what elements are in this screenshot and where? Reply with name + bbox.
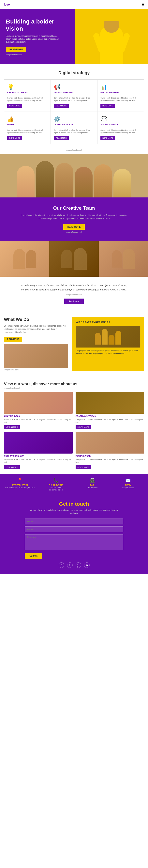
what-we-do-button[interactable]: READ MORE xyxy=(4,337,22,342)
work-card-learn-more-button[interactable]: LEARN MORE xyxy=(76,425,91,429)
card-icon: 💬 xyxy=(100,116,141,122)
view-work-section: View our work, discover more about us Im… xyxy=(0,377,148,474)
card-text: Sample text. Click to select the text bo… xyxy=(7,97,48,102)
work-card: QUALITY PRODUCTS Sample text. Click to s… xyxy=(4,432,72,469)
twitter-link[interactable]: t xyxy=(67,562,72,568)
card-title: NAMING xyxy=(7,124,48,126)
work-card: CRAFTING SYSTEMS Sample text. Click to s… xyxy=(76,392,144,429)
view-work-grid: AMAZING IDEAS Sample text. Click to sele… xyxy=(4,392,144,469)
card-read-more-button[interactable]: READ MORE xyxy=(54,136,69,140)
card-text: Sample text. Click to select the text bo… xyxy=(54,129,94,134)
card-icon: 📊 xyxy=(100,84,141,90)
what-we-do-description: Ut enim ad minim veniam, quis nostrud ex… xyxy=(4,324,68,334)
footer-info-title: EMAIL xyxy=(111,484,145,486)
footer-info-text: 5345 Tin Broadway St New York, NY 10041 xyxy=(3,487,37,489)
work-card-image xyxy=(76,392,144,414)
footer-info-icon: 📞 xyxy=(39,478,73,483)
facebook-link[interactable]: f xyxy=(59,562,64,568)
footer-info-text: 234 567 8 1420 234 567 8 1421 Cell xyxy=(39,487,73,491)
footer-info-title: PHONE NUMBER xyxy=(39,484,73,486)
work-card-text: Sample text. Click to select the text bo… xyxy=(4,458,72,463)
googleplus-link[interactable]: g+ xyxy=(76,562,81,568)
what-we-do-right: WE CREATE EXPERIENCES Qisque porta preti… xyxy=(72,317,144,371)
work-card-title: CRAFTING SYSTEMS xyxy=(76,415,144,417)
footer-info-bar: 📍 OUR MAIN OFFICE 5345 Tin Broadway St N… xyxy=(0,474,148,495)
strategy-card: 👍 NAMING Sample text. Click to select th… xyxy=(4,112,51,144)
hero-cta-button[interactable]: READ MORE xyxy=(6,46,26,52)
hero-image xyxy=(75,9,148,64)
hamburger-icon[interactable]: ≡ xyxy=(142,2,144,7)
footer-info-text: hello@demo.com xyxy=(111,487,145,489)
hero-section: Building a bolder vision Duis aute irure… xyxy=(0,9,148,64)
creative-team-description: Lorem ipsum dolor sit amet, consectetur … xyxy=(20,214,128,220)
footer-info-title: OUR MAIN OFFICE xyxy=(3,484,37,486)
social-links: f t g+ in xyxy=(8,562,140,568)
strategy-card: 💬 VERBAL IDENTITY Sample text. Click to … xyxy=(97,112,144,144)
what-we-do-title: What We Do xyxy=(4,317,68,322)
card-title: DIGITAL STRATEGY xyxy=(100,91,141,94)
creative-team-cta-button[interactable]: READ MORE xyxy=(63,224,85,230)
footer-info-icon: 📍 xyxy=(3,478,37,483)
work-card-text: Sample text. Click to select the text bo… xyxy=(76,458,144,463)
footer-info-item: 📠 FAX 1 234 567 8902 xyxy=(74,478,110,491)
what-we-do-section: What We Do Ut enim ad minim veniam, quis… xyxy=(0,311,148,377)
quote-credit: Images from Freepik xyxy=(12,293,136,296)
team-figure-4 xyxy=(75,167,93,197)
work-card-learn-more-button[interactable]: LEARN MORE xyxy=(4,465,20,469)
card-text: Sample text. Click to select the text bo… xyxy=(54,97,94,102)
linkedin-link[interactable]: in xyxy=(84,562,90,568)
digital-strategy-section: Digital strategy 💡 CRAFTING SYSTEMS Samp… xyxy=(0,64,148,154)
quote-section: In pellentesque massa placerat duis ultr… xyxy=(0,277,148,311)
strategy-card: 📢 BRAND CAMPAIGNS Sample text. Click to … xyxy=(51,80,97,112)
strategy-credit: Images from Freepik xyxy=(0,148,148,154)
footer-info-title: FAX xyxy=(75,484,109,486)
contact-email-input[interactable] xyxy=(25,526,123,532)
we-create-experiences-image xyxy=(76,326,140,347)
team-figure-1 xyxy=(17,166,34,197)
work-card-title: FAMILY-OWNED xyxy=(76,455,144,457)
creative-team-section: Our Creative Team Lorem ipsum dolor sit … xyxy=(0,197,148,241)
hero-description: Duis aute irure dolor in reprehenderit i… xyxy=(6,35,61,43)
hero-title: Building a bolder vision xyxy=(6,18,61,32)
card-title: CRAFTING SYSTEMS xyxy=(7,91,48,94)
what-we-do-image xyxy=(4,344,68,368)
strategy-card: ⚙️ DIGITAL PRODUCTS Sample text. Click t… xyxy=(51,112,97,144)
work-card-learn-more-button[interactable]: LEARN MORE xyxy=(76,465,91,469)
contact-submit-button[interactable]: Submit xyxy=(25,553,42,559)
get-in-touch-description: We are always waiting to hear from and w… xyxy=(27,509,121,515)
card-read-more-button[interactable]: READ MORE xyxy=(54,104,69,107)
we-create-experiences-title: WE CREATE EXPERIENCES xyxy=(76,321,140,324)
work-card-learn-more-button[interactable]: LEARN MORE xyxy=(4,425,20,429)
team-photo-2 xyxy=(49,241,99,277)
work-card-image xyxy=(4,392,72,414)
work-card-image xyxy=(76,432,144,454)
creative-team-credit: Images from Freepik xyxy=(6,231,142,233)
card-divider xyxy=(100,127,106,127)
footer-info-text: 1 234 567 8902 xyxy=(75,487,109,489)
footer-info-item: 📍 OUR MAIN OFFICE 5345 Tin Broadway St N… xyxy=(2,478,38,491)
card-read-more-button[interactable]: READ MORE xyxy=(100,104,115,107)
card-read-more-button[interactable]: READ MORE xyxy=(7,136,22,140)
strategy-card: 📊 DIGITAL STRATEGY Sample text. Click to… xyxy=(97,80,144,112)
team-figure-6 xyxy=(114,169,131,197)
footer-info-item: ✉️ EMAIL hello@demo.com xyxy=(110,478,146,491)
team-banner xyxy=(0,154,148,197)
work-card: FAMILY-OWNED Sample text. Click to selec… xyxy=(76,432,144,469)
card-title: VERBAL IDENTITY xyxy=(100,124,141,126)
card-read-more-button[interactable]: READ MORE xyxy=(7,104,22,107)
quote-read-more-button[interactable]: Read more xyxy=(64,299,84,304)
team-photo-1 xyxy=(0,241,49,277)
card-read-more-button[interactable]: READ MORE xyxy=(100,136,115,140)
card-icon: 📢 xyxy=(54,84,94,90)
what-we-do-left: What We Do Ut enim ad minim veniam, quis… xyxy=(4,317,68,371)
team-photos-row xyxy=(0,241,148,277)
work-card: AMAZING IDEAS Sample text. Click to sele… xyxy=(4,392,72,429)
card-text: Sample text. Click to select the text bo… xyxy=(100,97,141,102)
strategy-grid: 💡 CRAFTING SYSTEMS Sample text. Click to… xyxy=(4,80,144,144)
hero-credit: Images from Freepik xyxy=(6,54,61,56)
work-card-text: Sample text. Click to select the text bo… xyxy=(76,418,144,423)
card-divider xyxy=(7,127,13,127)
we-create-experiences-text: Qisque porta pretium arcu, pharetra grav… xyxy=(76,349,140,355)
contact-message-input[interactable] xyxy=(25,534,123,550)
contact-name-input[interactable] xyxy=(25,519,123,524)
